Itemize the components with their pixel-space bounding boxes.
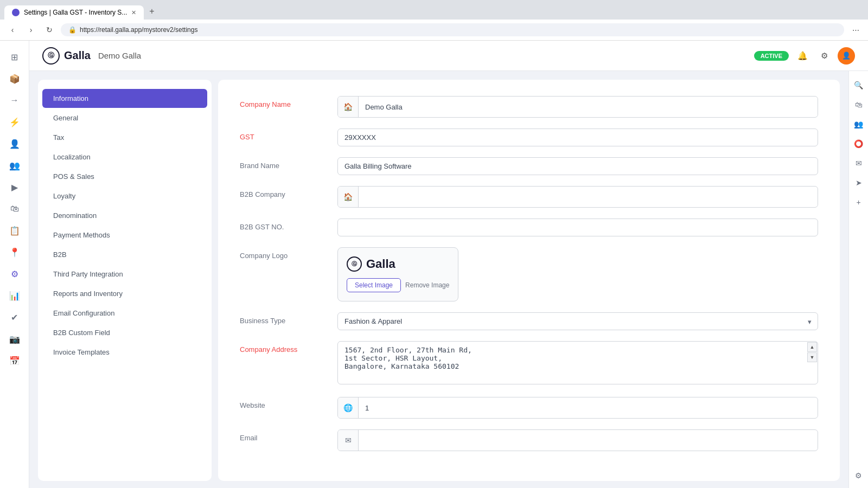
right-sidebar: 🔍 🛍 👥 ⭕ ✉ ➤ + ⚙: [848, 71, 868, 488]
sidebar-icon-book[interactable]: 📋: [5, 221, 24, 240]
galla-logo: Ⓖ Galla: [42, 47, 91, 65]
settings-gear-button[interactable]: ⚙: [816, 48, 832, 64]
sidebar-icon-checklist[interactable]: ✔: [5, 307, 24, 327]
remove-image-button[interactable]: Remove Image: [405, 278, 449, 292]
logo-icon: Ⓖ: [42, 47, 60, 65]
b2b-company-input[interactable]: [359, 189, 818, 206]
company-name-control: 🏠: [337, 96, 818, 118]
brand-name-row: Brand Name: [240, 157, 818, 175]
company-address-wrap: 1567, 2nd Floor, 27th Main Rd, 1st Secto…: [337, 341, 818, 386]
sidebar-item-information[interactable]: Information: [42, 89, 207, 108]
tab-title: Settings | Galla GST - Inventory S...: [24, 9, 127, 16]
sidebar-item-denomination[interactable]: Denomination: [42, 206, 207, 225]
sidebar-item-third-party[interactable]: Third Party Integration: [42, 265, 207, 284]
logo-upload-area: Ⓖ Galla Select Image Remove Image: [337, 247, 458, 301]
company-name-row: Company Name 🏠: [240, 96, 818, 118]
email-input-group: ✉: [337, 429, 818, 451]
active-tab[interactable]: Settings | Galla GST - Inventory S... ✕: [4, 5, 144, 20]
website-input[interactable]: [359, 400, 818, 416]
company-logo-row: Company Logo Ⓖ Galla Select Image Remove…: [240, 247, 818, 301]
forward-button[interactable]: ›: [24, 23, 38, 37]
new-tab-button[interactable]: +: [144, 3, 159, 20]
logo-preview: Ⓖ Galla: [347, 256, 449, 272]
email-control: ✉: [337, 429, 818, 451]
sidebar-item-b2b[interactable]: B2B: [42, 245, 207, 264]
company-name-input[interactable]: [359, 99, 818, 115]
sidebar-icon-bag[interactable]: 🛍: [5, 199, 24, 219]
company-logo-control: Ⓖ Galla Select Image Remove Image: [337, 247, 818, 301]
company-address-textarea[interactable]: 1567, 2nd Floor, 27th Main Rd, 1st Secto…: [337, 341, 818, 384]
business-type-select[interactable]: Fashion & Apparel Electronics Grocery Ph…: [337, 312, 818, 330]
sidebar-icon-dashboard[interactable]: ⊞: [5, 47, 24, 67]
website-input-group: 🌐: [337, 397, 818, 419]
right-add-icon[interactable]: +: [851, 195, 866, 210]
logo-preview-icon: Ⓖ: [347, 256, 362, 272]
sidebar-item-tax[interactable]: Tax: [42, 128, 207, 147]
sidebar-icon-play[interactable]: ▶: [5, 177, 24, 197]
sidebar-icon-map[interactable]: 📍: [5, 242, 24, 262]
right-mail-icon[interactable]: ✉: [851, 156, 866, 171]
sidebar-item-invoice-templates[interactable]: Invoice Templates: [42, 343, 207, 362]
website-label: Website: [240, 397, 337, 409]
toolbar-icons: ⋯: [848, 23, 863, 37]
right-circle-icon[interactable]: ⭕: [851, 136, 866, 151]
gst-label: GST: [240, 129, 337, 141]
sidebar-item-payment-methods[interactable]: Payment Methods: [42, 226, 207, 245]
sidebar-icon-settings[interactable]: ⚙: [5, 264, 24, 284]
browser-chrome: Settings | Galla GST - Inventory S... ✕ …: [0, 0, 868, 20]
building2-icon: 🏠: [338, 187, 359, 207]
sidebar-item-pos-sales[interactable]: POS & Sales: [42, 167, 207, 186]
sidebar-icon-user[interactable]: 👤: [5, 134, 24, 153]
right-search-icon[interactable]: 🔍: [851, 78, 866, 93]
sidebar-item-general[interactable]: General: [42, 108, 207, 127]
scroll-down-button[interactable]: ▼: [807, 352, 817, 362]
tab-favicon: [12, 9, 20, 16]
sidebar-icon-report[interactable]: 📊: [5, 286, 24, 305]
right-settings-icon[interactable]: ⚙: [851, 468, 866, 483]
sidebar-item-email-config[interactable]: Email Configuration: [42, 304, 207, 323]
notification-bell-button[interactable]: 🔔: [794, 48, 810, 64]
right-bag-icon[interactable]: 🛍: [851, 97, 866, 112]
company-address-row: Company Address 1567, 2nd Floor, 27th Ma…: [240, 341, 818, 386]
sidebar-icon-products[interactable]: 📦: [5, 69, 24, 88]
sidebar-icon-user2[interactable]: 👥: [5, 156, 24, 175]
business-type-row: Business Type Fashion & Apparel Electron…: [240, 312, 818, 330]
extensions-button[interactable]: ⋯: [848, 23, 863, 37]
sidebar-item-reports-inventory[interactable]: Reports and Inventory: [42, 284, 207, 303]
back-button[interactable]: ‹: [5, 23, 20, 37]
b2b-gst-input[interactable]: [337, 219, 818, 236]
app-container: ⊞ 📦 → ⚡ 👤 👥 ▶ 🛍 📋 📍 ⚙ 📊 ✔ 📷 📅 Ⓖ Galla De…: [0, 41, 868, 488]
sidebar-item-loyalty[interactable]: Loyalty: [42, 187, 207, 206]
settings-sidebar: Information General Tax Localization POS…: [38, 80, 212, 481]
refresh-button[interactable]: ↻: [42, 23, 56, 37]
select-image-button[interactable]: Select Image: [347, 278, 401, 292]
main-content: Ⓖ Galla Demo Galla ACTIVE 🔔 ⚙ 👤 Informat…: [29, 41, 868, 488]
left-icon-sidebar: ⊞ 📦 → ⚡ 👤 👥 ▶ 🛍 📋 📍 ⚙ 📊 ✔ 📷 📅: [0, 41, 29, 488]
right-users-icon[interactable]: 👥: [851, 117, 866, 132]
sidebar-icon-zz[interactable]: ⚡: [5, 112, 24, 132]
business-type-label: Business Type: [240, 312, 337, 325]
app-header-left: Ⓖ Galla Demo Galla: [42, 47, 141, 65]
gst-control: [337, 129, 818, 146]
lock-icon: 🔒: [68, 26, 76, 34]
b2b-gst-control: [337, 219, 818, 236]
sidebar-icon-calendar[interactable]: 📅: [5, 351, 24, 370]
email-input[interactable]: [359, 432, 818, 449]
settings-form: Company Name 🏠 GST: [218, 80, 840, 481]
sidebar-item-localization[interactable]: Localization: [42, 147, 207, 166]
user-avatar[interactable]: 👤: [838, 47, 855, 65]
business-type-control: Fashion & Apparel Electronics Grocery Ph…: [337, 312, 818, 330]
browser-toolbar: ‹ › ↻ 🔒 https://retail.galla.app/mystore…: [0, 20, 868, 41]
right-send-icon[interactable]: ➤: [851, 175, 866, 190]
brand-name-input[interactable]: [337, 157, 818, 175]
tab-close-button[interactable]: ✕: [131, 9, 136, 16]
gst-input[interactable]: [337, 129, 818, 146]
brand-name-label: Brand Name: [240, 157, 337, 170]
globe-icon: 🌐: [338, 397, 359, 418]
sidebar-item-b2b-custom-field[interactable]: B2B Custom Field: [42, 323, 207, 342]
address-bar[interactable]: 🔒 https://retail.galla.app/mystorev2/set…: [61, 23, 844, 36]
scroll-up-button[interactable]: ▲: [807, 342, 817, 352]
company-logo-label: Company Logo: [240, 247, 337, 260]
sidebar-icon-nav[interactable]: →: [5, 91, 24, 110]
sidebar-icon-camera[interactable]: 📷: [5, 329, 24, 349]
